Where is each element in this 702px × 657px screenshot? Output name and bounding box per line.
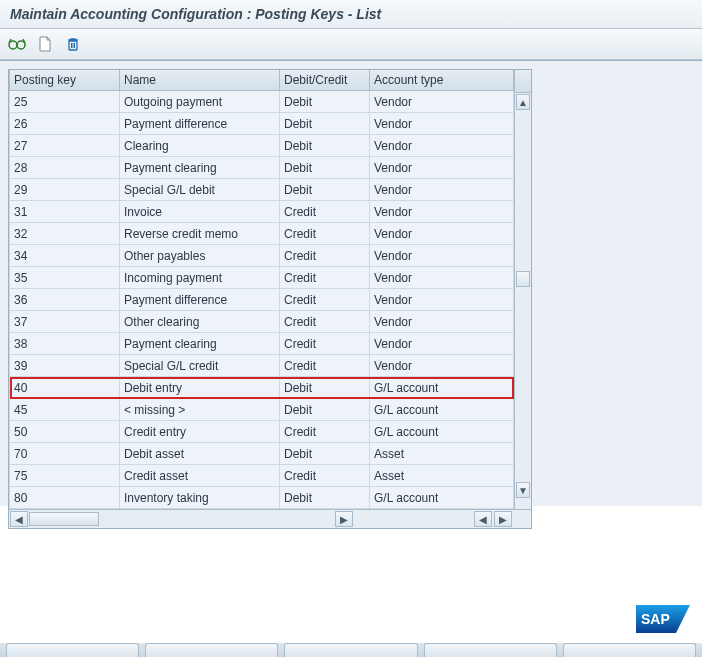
h-scroll-thumb[interactable] [29,512,99,526]
trash-icon[interactable] [64,35,82,53]
cell-dc[interactable]: Credit [280,355,370,377]
cell-acc[interactable]: Vendor [370,201,514,223]
table-row[interactable]: 40Debit entryDebitG/L account [10,377,514,399]
taskbar-segment[interactable] [6,643,139,657]
cell-dc[interactable]: Credit [280,201,370,223]
cell-acc[interactable]: Vendor [370,289,514,311]
cell-dc[interactable]: Credit [280,289,370,311]
table-row[interactable]: 36Payment differenceCreditVendor [10,289,514,311]
cell-key[interactable]: 40 [10,377,120,399]
cell-key[interactable]: 29 [10,179,120,201]
cell-name[interactable]: Outgoing payment [120,91,280,113]
cell-name[interactable]: Other payables [120,245,280,267]
taskbar-segment[interactable] [424,643,557,657]
table-row[interactable]: 50Credit entryCreditG/L account [10,421,514,443]
cell-dc[interactable]: Debit [280,377,370,399]
cell-dc[interactable]: Credit [280,465,370,487]
table-row[interactable]: 37Other clearingCreditVendor [10,311,514,333]
cell-dc[interactable]: Debit [280,487,370,509]
cell-acc[interactable]: Vendor [370,223,514,245]
cell-name[interactable]: Clearing [120,135,280,157]
scroll-track[interactable] [516,111,530,481]
cell-acc[interactable]: Asset [370,465,514,487]
cell-key[interactable]: 35 [10,267,120,289]
cell-acc[interactable]: Vendor [370,91,514,113]
cell-dc[interactable]: Debit [280,135,370,157]
scroll-thumb[interactable] [516,271,530,287]
vertical-scrollbar[interactable]: ▲ ▼ [514,70,531,509]
horizontal-scrollbar[interactable]: ◀ ▶ ◀ ▶ [9,509,531,528]
taskbar-segment[interactable] [145,643,278,657]
scroll-down-icon[interactable]: ▼ [516,482,530,498]
table-row[interactable]: 34Other payablesCreditVendor [10,245,514,267]
table-row[interactable]: 26Payment differenceDebitVendor [10,113,514,135]
glasses-icon[interactable] [8,35,26,53]
h-scroll-track[interactable] [29,512,334,526]
cell-key[interactable]: 80 [10,487,120,509]
cell-acc[interactable]: G/L account [370,377,514,399]
cell-dc[interactable]: Debit [280,91,370,113]
cell-name[interactable]: < missing > [120,399,280,421]
cell-name[interactable]: Special G/L debit [120,179,280,201]
cell-acc[interactable]: Vendor [370,135,514,157]
table-row[interactable]: 25Outgoing paymentDebitVendor [10,91,514,113]
cell-name[interactable]: Other clearing [120,311,280,333]
cell-name[interactable]: Incoming payment [120,267,280,289]
taskbar-segment[interactable] [284,643,417,657]
table-row[interactable]: 70Debit assetDebitAsset [10,443,514,465]
cell-name[interactable]: Invoice [120,201,280,223]
col-header-name[interactable]: Name [120,70,280,91]
cell-key[interactable]: 36 [10,289,120,311]
cell-name[interactable]: Debit entry [120,377,280,399]
table-row[interactable]: 39Special G/L creditCreditVendor [10,355,514,377]
cell-name[interactable]: Reverse credit memo [120,223,280,245]
table-row[interactable]: 29Special G/L debitDebitVendor [10,179,514,201]
cell-acc[interactable]: Vendor [370,267,514,289]
cell-name[interactable]: Payment clearing [120,333,280,355]
col-scroll-left-icon[interactable]: ◀ [474,511,492,527]
cell-name[interactable]: Payment difference [120,289,280,311]
cell-dc[interactable]: Credit [280,333,370,355]
cell-acc[interactable]: Vendor [370,113,514,135]
cell-key[interactable]: 32 [10,223,120,245]
cell-dc[interactable]: Debit [280,443,370,465]
cell-name[interactable]: Inventory taking [120,487,280,509]
scroll-right-icon[interactable]: ▶ [335,511,353,527]
cell-key[interactable]: 25 [10,91,120,113]
cell-key[interactable]: 37 [10,311,120,333]
scroll-left-icon[interactable]: ◀ [10,511,28,527]
cell-key[interactable]: 31 [10,201,120,223]
col-header-posting-key[interactable]: Posting key [10,70,120,91]
cell-acc[interactable]: Vendor [370,355,514,377]
cell-acc[interactable]: Vendor [370,179,514,201]
table-row[interactable]: 45< missing >DebitG/L account [10,399,514,421]
cell-dc[interactable]: Credit [280,311,370,333]
cell-dc[interactable]: Debit [280,399,370,421]
table-row[interactable]: 38Payment clearingCreditVendor [10,333,514,355]
table-row[interactable]: 35Incoming paymentCreditVendor [10,267,514,289]
cell-key[interactable]: 28 [10,157,120,179]
cell-name[interactable]: Credit entry [120,421,280,443]
cell-dc[interactable]: Debit [280,179,370,201]
cell-acc[interactable]: Vendor [370,157,514,179]
table-row[interactable]: 75Credit assetCreditAsset [10,465,514,487]
cell-key[interactable]: 27 [10,135,120,157]
col-header-account-type[interactable]: Account type [370,70,514,91]
cell-acc[interactable]: G/L account [370,399,514,421]
cell-key[interactable]: 50 [10,421,120,443]
cell-key[interactable]: 70 [10,443,120,465]
new-page-icon[interactable] [36,35,54,53]
cell-name[interactable]: Payment clearing [120,157,280,179]
cell-key[interactable]: 38 [10,333,120,355]
table-row[interactable]: 32Reverse credit memoCreditVendor [10,223,514,245]
cell-acc[interactable]: Vendor [370,245,514,267]
table-row[interactable]: 28Payment clearingDebitVendor [10,157,514,179]
table-row[interactable]: 80Inventory takingDebitG/L account [10,487,514,509]
cell-acc[interactable]: G/L account [370,421,514,443]
cell-dc[interactable]: Credit [280,223,370,245]
col-scroll-right-icon[interactable]: ▶ [494,511,512,527]
cell-dc[interactable]: Credit [280,267,370,289]
cell-acc[interactable]: Asset [370,443,514,465]
cell-key[interactable]: 75 [10,465,120,487]
cell-name[interactable]: Special G/L credit [120,355,280,377]
